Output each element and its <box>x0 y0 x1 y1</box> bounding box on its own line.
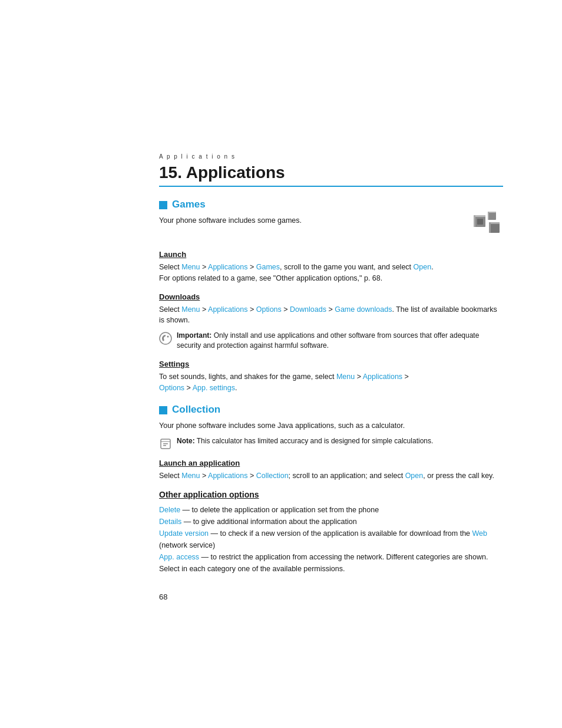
svg-rect-8 <box>489 222 491 233</box>
svg-point-11 <box>167 336 169 338</box>
dl-options-link[interactable]: Options <box>256 305 282 314</box>
games-square-icon <box>159 201 167 209</box>
dl-gamedownloads-link[interactable]: Game downloads <box>335 305 392 314</box>
details-link[interactable]: Details <box>159 518 181 526</box>
svg-rect-13 <box>163 443 168 444</box>
svg-rect-3 <box>488 212 496 220</box>
svg-rect-9 <box>477 219 483 225</box>
games-intro-text: Your phone software includes some games. <box>159 215 461 226</box>
settings-applications-link[interactable]: Applications <box>363 373 402 381</box>
launch-games-link[interactable]: Games <box>256 263 280 271</box>
games-heading: Games <box>159 199 503 210</box>
important-icon <box>159 332 172 345</box>
option-update: Update version — to check if a new versi… <box>159 528 503 551</box>
important-label: Important: <box>177 331 211 340</box>
games-intro-row: Your phone software includes some games. <box>159 215 503 242</box>
collection-intro-text: Your phone software includes some Java a… <box>159 420 503 431</box>
collection-heading: Collection <box>159 404 503 416</box>
settings-title: Settings <box>159 360 503 368</box>
important-text: Important: Only install and use applicat… <box>177 331 503 351</box>
option-access: App. access — to restrict the applicatio… <box>159 551 503 575</box>
settings-menu-link[interactable]: Menu <box>336 373 355 381</box>
collection-note-text: Note: This calculator has limited accura… <box>177 436 433 446</box>
delete-link[interactable]: Delete <box>159 506 180 514</box>
la-menu-link[interactable]: Menu <box>181 472 200 480</box>
games-icon-col <box>472 209 503 242</box>
chapter-title: 15. Applications <box>159 163 503 187</box>
svg-rect-14 <box>163 445 166 446</box>
other-options-title: Other application options <box>159 490 503 499</box>
la-applications-link[interactable]: Applications <box>208 472 247 480</box>
dl-applications-link[interactable]: Applications <box>208 305 247 314</box>
section-label: A p p l i c a t i o n s <box>159 153 503 160</box>
page: A p p l i c a t i o n s 15. Applications… <box>0 0 562 728</box>
games-text-col: Your phone software includes some games. <box>159 215 461 231</box>
launch-applications-link[interactable]: Applications <box>208 263 247 271</box>
la-open-link[interactable]: Open <box>405 472 424 480</box>
downloads-note-box: Important: Only install and use applicat… <box>159 331 503 351</box>
svg-rect-4 <box>488 212 496 213</box>
launch-app-title: Launch an application <box>159 459 503 467</box>
option-delete: Delete — to delete the application or ap… <box>159 504 503 516</box>
collection-note-box: Note: This calculator has limited accura… <box>159 436 503 450</box>
note-icon <box>159 437 172 450</box>
app-access-link[interactable]: App. access <box>159 553 199 561</box>
games-heading-text: Games <box>172 199 206 210</box>
option-details: Details — to give additional information… <box>159 516 503 528</box>
web-link[interactable]: Web <box>472 529 487 538</box>
dl-downloads-link[interactable]: Downloads <box>290 305 326 314</box>
dl-menu-link[interactable]: Menu <box>181 305 200 314</box>
svg-rect-2 <box>474 215 475 227</box>
launch-title: Launch <box>159 250 503 259</box>
note-label: Note: <box>177 437 195 445</box>
update-link[interactable]: Update version <box>159 529 209 538</box>
downloads-text: Select Menu > Applications > Options > D… <box>159 304 503 327</box>
svg-point-10 <box>160 332 171 344</box>
svg-rect-5 <box>488 212 489 220</box>
launch-app-text: Select Menu > Applications > Collection;… <box>159 470 503 482</box>
launch-menu-link[interactable]: Menu <box>181 263 200 271</box>
launch-line2: For options related to a game, see "Othe… <box>159 274 382 282</box>
page-number: 68 <box>159 592 503 601</box>
settings-text: To set sounds, lights, and shakes for th… <box>159 371 503 394</box>
games-cube-icon <box>472 209 503 240</box>
launch-text: Select Menu > Applications > Games, scro… <box>159 262 503 284</box>
collection-square-icon <box>159 406 167 414</box>
main-content: A p p l i c a t i o n s 15. Applications… <box>159 0 503 601</box>
collection-heading-text: Collection <box>172 404 220 416</box>
downloads-title: Downloads <box>159 292 503 301</box>
settings-options-link[interactable]: Options <box>159 384 184 392</box>
la-collection-link[interactable]: Collection <box>256 472 289 480</box>
settings-appsettings-link[interactable]: App. settings <box>193 384 235 392</box>
launch-open-link[interactable]: Open <box>414 263 432 271</box>
